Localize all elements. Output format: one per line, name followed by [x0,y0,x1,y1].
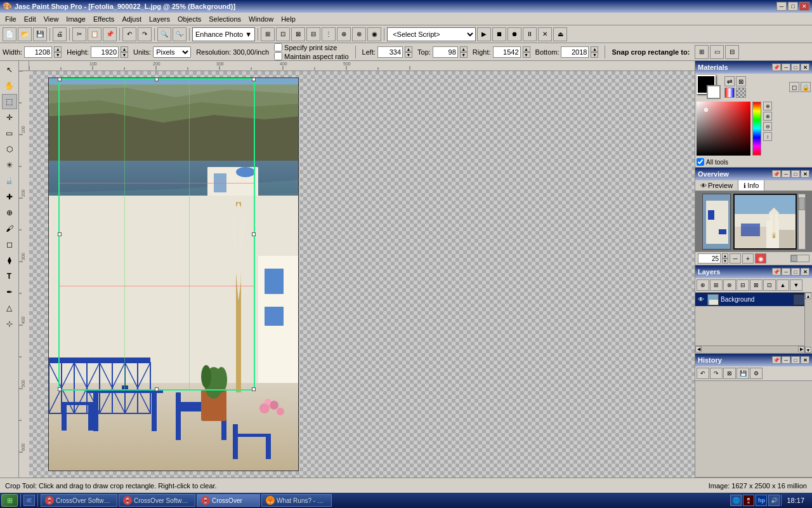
canvas-area[interactable] [29,71,695,478]
history-close-btn[interactable]: ✕ [801,356,809,364]
tool-move[interactable]: ✛ [2,110,17,125]
open-button[interactable]: 📂 [18,27,32,41]
canvas-scroll-area[interactable]: 100 200 300 400 500 600 [19,71,695,478]
left-spinner[interactable]: ▲ ▼ [405,46,412,58]
specify-print-check[interactable]: Specify print size [274,43,349,51]
overview-scroll-v[interactable] [798,194,806,250]
taskbar-browser[interactable]: 🦊 What Runs? - Screen... [261,494,332,507]
restore-button[interactable]: □ [788,2,798,11]
zoom-up-btn[interactable]: ▲ [722,253,728,258]
overview-close-btn[interactable]: ✕ [801,170,809,178]
tray-wine[interactable]: 🍷 [743,495,754,506]
preview-tab[interactable]: 👁 Preview [695,180,738,190]
specify-print-checkbox[interactable] [274,43,282,51]
tray-hp[interactable]: hp [756,495,767,506]
materials-min-btn[interactable]: ─ [782,64,790,71]
layer-props-btn[interactable]: ⊡ [763,279,776,291]
script-pause-button[interactable]: ⏸ [523,27,537,41]
tb-btn8[interactable]: ◉ [367,27,381,41]
tool-rect-select[interactable]: ▭ [2,126,17,141]
tool-heal[interactable]: ✚ [2,189,17,204]
undo-button[interactable]: ↶ [122,27,136,41]
materials-max-btn[interactable]: □ [791,64,800,71]
width-input[interactable] [24,46,52,58]
tool-shape[interactable]: △ [2,300,17,316]
tool-dropper[interactable]: 🔬 [2,173,17,189]
layers-scrollbar-h[interactable]: ◀ ▶ [695,345,804,353]
width-spinner[interactable]: ▲ ▼ [54,46,62,58]
paste-button[interactable]: 📌 [103,27,117,41]
right-input[interactable] [493,46,521,58]
print-button[interactable]: 🖨 [53,27,67,41]
tb-btn7[interactable]: ⊗ [352,27,366,41]
overview-scroll-h[interactable] [790,255,809,262]
tb-btn4[interactable]: ⊟ [306,27,320,41]
maintain-aspect-check[interactable]: Maintain aspect ratio [274,52,349,60]
script-save-button[interactable]: ⏏ [553,27,567,41]
all-tools-check[interactable]: All tools [697,158,811,166]
snap-btn3[interactable]: ⊟ [725,45,739,59]
copy-button[interactable]: 📋 [88,27,102,41]
cut-button[interactable]: ✂ [72,27,86,41]
units-select[interactable]: Pixels [153,46,191,58]
close-button[interactable]: ✕ [799,2,809,11]
layers-min-btn[interactable]: ─ [782,268,790,276]
layers-scrollbar[interactable]: ▲ ▼ [804,293,812,353]
history-save-btn[interactable]: 💾 [737,368,749,379]
width-down[interactable]: ▼ [54,52,62,58]
height-spinner[interactable]: ▲ ▼ [121,46,128,58]
tool-text[interactable]: T [2,269,17,284]
script-x-button[interactable]: ✕ [538,27,552,41]
layers-pin-btn[interactable]: 📌 [772,268,781,276]
tool-wand[interactable]: ✳ [2,157,17,173]
width-up[interactable]: ▲ [54,46,62,52]
tb-btn3[interactable]: ⊠ [291,27,305,41]
height-up[interactable]: ▲ [121,46,128,52]
color-picker-gradient[interactable] [697,102,750,156]
tb-btn6[interactable]: ⊕ [337,27,351,41]
color-extra-1[interactable]: ⊕ [763,102,772,110]
menu-help[interactable]: Help [277,14,299,24]
top-input[interactable] [433,46,458,58]
history-max-btn[interactable]: □ [791,356,800,364]
menu-selections[interactable]: Selections [205,14,245,24]
tb-btn2[interactable]: ⊡ [276,27,290,41]
height-input[interactable] [91,46,119,58]
taskbar-crossover-3[interactable]: 🍷 CrossOver [197,494,260,507]
zoom-out-btn[interactable]: ─ [730,253,741,264]
redo-button[interactable]: ↷ [138,27,152,41]
zoom-out-button[interactable]: 🔍- [173,27,187,41]
new-button[interactable]: 📄 [3,27,16,41]
menu-objects[interactable]: Objects [174,14,205,24]
gradient-swatch[interactable] [724,88,735,98]
swap-colors-btn[interactable]: ⇄ [724,76,735,86]
layer-group-btn[interactable]: ⊟ [737,279,749,291]
layers-scroll-right[interactable]: ▶ [798,346,804,352]
pattern-swatch[interactable] [736,88,746,98]
color-spectrum[interactable] [752,102,761,156]
photo-canvas[interactable] [48,77,299,471]
tray-network[interactable]: 🌐 [730,495,742,506]
background-swatch[interactable] [707,85,721,99]
layers-max-btn[interactable]: □ [791,268,800,276]
materials-close-btn[interactable]: ✕ [801,64,809,71]
layer-merge-btn[interactable]: ⊠ [750,279,763,291]
tool-obj-select[interactable]: ⊹ [2,316,17,331]
taskbar-crossover-2[interactable]: 🍷 CrossOver Software.In... [119,494,195,507]
lock-btn[interactable]: 🔒 [801,82,811,92]
color-extra-2[interactable]: ⊗ [763,112,772,121]
tb-btn5[interactable]: ⋮ [322,27,336,41]
layer-new-btn[interactable]: ⊕ [697,279,709,291]
script-run-button[interactable]: ▶ [477,27,491,41]
color-extra-4[interactable]: ↕ [763,132,772,141]
right-spinner[interactable]: ▲ ▼ [523,46,530,58]
menu-layers[interactable]: Layers [145,14,174,24]
tool-brush[interactable]: 🖌 [2,221,17,236]
layer-copy-btn[interactable]: ⊞ [710,279,723,291]
menu-effects[interactable]: Effects [89,14,118,24]
history-undo-btn[interactable]: ↶ [697,368,709,379]
tool-crop[interactable]: ⬚ [2,94,17,109]
layer-row-background[interactable]: 👁 Background [695,293,812,307]
history-settings-btn[interactable]: ⚙ [750,368,763,379]
save-button[interactable]: 💾 [33,27,47,41]
